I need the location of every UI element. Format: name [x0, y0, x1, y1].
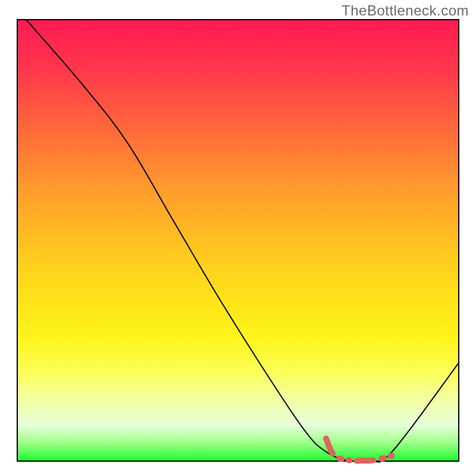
highlight-segment — [326, 439, 396, 461]
chart-svg — [18, 20, 458, 461]
chart-container: TheBottleneck.com — [0, 0, 476, 476]
watermark-text: TheBottleneck.com — [342, 2, 469, 19]
bottleneck-curve — [27, 20, 458, 462]
plot-area — [17, 19, 459, 462]
